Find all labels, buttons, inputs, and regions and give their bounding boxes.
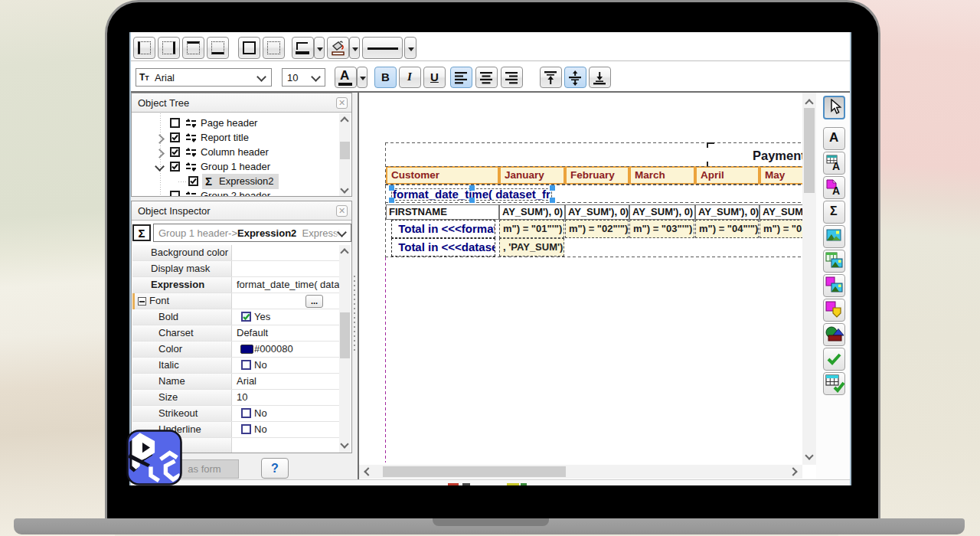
svg-text:A: A xyxy=(832,185,840,196)
svg-text:A: A xyxy=(832,160,840,172)
